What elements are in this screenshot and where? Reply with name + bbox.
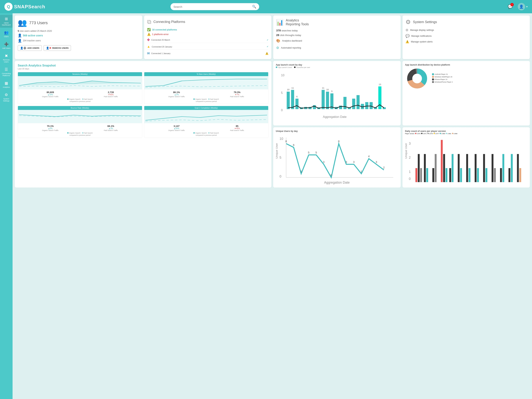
new-users-organic-stat: 86.1% ▲2% Organic Search Traffic bbox=[168, 91, 185, 98]
sidebar-item-users[interactable]: 👥 Users bbox=[0, 28, 13, 39]
legend-iphone: iPhone-Player 23 bbox=[432, 78, 453, 80]
analytics-card-header: 📊 Analytics Reporting Tools bbox=[276, 19, 398, 26]
remove-icon: 👤✖ bbox=[46, 47, 51, 50]
search-input[interactable] bbox=[173, 5, 251, 8]
analytics-dashboard-link[interactable]: 🎨 Analytics dashboard bbox=[276, 38, 398, 44]
inactive-users-stat: 👤 204 inactive users bbox=[18, 39, 139, 43]
inactive-users-count: 204 inactive users bbox=[23, 39, 41, 42]
svg-rect-73 bbox=[445, 168, 447, 182]
svg-text:10: 10 bbox=[326, 88, 329, 91]
search-analytics-subtitle: Last 30 days bbox=[18, 68, 268, 70]
svg-text:Aggregation Date: Aggregation Date bbox=[324, 180, 350, 184]
remove-users-button[interactable]: 👤✖ REMOVE USERS bbox=[44, 45, 71, 51]
search-icon: 🔍 bbox=[252, 5, 256, 9]
new-users-legend: Organic Search Paid Search bbox=[146, 98, 267, 100]
svg-rect-79 bbox=[469, 168, 470, 182]
legend-windows-phone: WindowsPhone-Player 2 bbox=[432, 81, 453, 83]
bounce-rate-chart-card: Bounce Rate (Weekly) 70.1% ▲0 bbox=[18, 106, 142, 138]
sidebar-label-platforms: Connecting Platforms bbox=[2, 72, 11, 76]
sidebar-item-analytics[interactable]: ▦ Analytics bbox=[0, 79, 13, 90]
svg-text:1: 1 bbox=[409, 170, 411, 173]
automated-reporting-link[interactable]: ⚙ Automated reporting bbox=[276, 45, 398, 51]
svg-rect-86 bbox=[500, 168, 502, 182]
active-users-count: 569 active users bbox=[23, 34, 43, 37]
new-users-stat: 5 new users added 25 March 2020 bbox=[18, 30, 139, 32]
svg-rect-82 bbox=[483, 154, 485, 182]
search-analytics-title: Search Analytics Snapshot bbox=[18, 64, 268, 67]
settings-icon: ⚙ bbox=[5, 93, 8, 97]
main-container: ⊞ Admin Dashboard 👥 Users ➕ Add Users ✖ … bbox=[0, 13, 532, 399]
bounce-legend: Organic Search Paid Search bbox=[19, 132, 140, 134]
display-settings-link[interactable]: ⚙ Manage display settings bbox=[405, 28, 527, 32]
system-alerts-link[interactable]: ⚠️ Manage system alerts bbox=[405, 40, 527, 43]
svg-text:0: 0 bbox=[409, 177, 411, 180]
svg-rect-83 bbox=[485, 168, 487, 182]
goal-completion-chart-footer: 3,147 ▲50% Organic Search Traffic 85 ▼45… bbox=[144, 123, 268, 138]
svg-text:0: 0 bbox=[330, 173, 332, 177]
goal-completion-chart-header: Goal 1 Completion (Weekly) bbox=[144, 106, 268, 110]
bounce-paid-stat: 66.1% ▲3% Paid Search Traffic bbox=[104, 125, 118, 131]
new-users-chart-body bbox=[144, 76, 268, 89]
active-icon: 👤 bbox=[18, 33, 22, 38]
new-users-chart-footer: 86.1% ▲2% Organic Search Traffic 79.3% ▼… bbox=[144, 89, 268, 104]
svg-text:3: 3 bbox=[323, 160, 324, 163]
error-count: 1 platform error bbox=[152, 33, 169, 36]
avatar-button[interactable]: 👤 ▾ bbox=[518, 3, 528, 10]
svg-rect-85 bbox=[494, 168, 496, 182]
svg-rect-28 bbox=[370, 102, 373, 109]
new-users-paid-stat: 79.3% ▼7% Paid Search Traffic bbox=[230, 91, 244, 98]
svg-text:5: 5 bbox=[281, 91, 283, 95]
dashboard-icon: ⊞ bbox=[5, 17, 8, 21]
platforms-card-header: ⧉ Connecting Platforms bbox=[147, 19, 269, 25]
svg-text:8: 8 bbox=[285, 139, 287, 143]
platforms-icon: ☰ bbox=[5, 67, 8, 72]
svg-text:11: 11 bbox=[291, 87, 294, 89]
searches-label: searches today bbox=[282, 29, 298, 32]
analytics-icon: ▦ bbox=[5, 81, 8, 85]
platforms-stack-icon: ⧉ bbox=[147, 19, 151, 25]
sidebar-item-connecting-platforms[interactable]: ☰ Connecting Platforms bbox=[0, 65, 13, 78]
app-launch-svg: 10 5 0 10 11 bbox=[276, 70, 398, 122]
svg-text:1: 1 bbox=[300, 170, 302, 173]
notifications-settings-link[interactable]: 💬 Manage notifications bbox=[405, 34, 527, 38]
notifications-button[interactable]: 💬 2 bbox=[507, 3, 514, 10]
mini-charts-grid: Sessions (Weekly) 80,609 bbox=[18, 72, 268, 138]
svg-text:0: 0 bbox=[281, 108, 283, 112]
svg-text:2: 2 bbox=[409, 156, 411, 159]
svg-text:6: 6 bbox=[296, 95, 298, 98]
slack-icon: ✤ bbox=[147, 38, 150, 42]
svg-rect-70 bbox=[435, 154, 437, 182]
system-alerts-label: Manage system alerts bbox=[411, 40, 433, 43]
svg-rect-81 bbox=[477, 168, 479, 182]
sidebar-item-remove-users[interactable]: ✖ Remove Users bbox=[0, 52, 13, 65]
top-right-charts: App launch count by day App Launch Count… bbox=[273, 61, 530, 126]
daily-count-chart-card: Daily count of users per player version … bbox=[403, 127, 530, 188]
remove-users-label: REMOVE USERS bbox=[52, 47, 69, 49]
svg-rect-24 bbox=[352, 99, 355, 109]
svg-rect-12 bbox=[313, 105, 316, 109]
svg-text:5: 5 bbox=[308, 151, 309, 154]
svg-text:10: 10 bbox=[287, 88, 290, 91]
sidebar-item-add-users[interactable]: ➕ Add Users bbox=[0, 40, 13, 51]
add-users-button[interactable]: 👤➕ ADD USERS bbox=[18, 45, 42, 51]
goal-paid-stat: 85 ▼45% Paid Search Traffic bbox=[230, 125, 244, 131]
users-btn-row: 👤➕ ADD USERS 👤✖ REMOVE USERS bbox=[18, 45, 139, 51]
svg-rect-80 bbox=[475, 154, 476, 182]
slack-status: Connected 25 March bbox=[151, 39, 266, 41]
svg-rect-68 bbox=[426, 168, 428, 182]
svg-rect-14 bbox=[322, 90, 325, 109]
display-gear-icon: ⚙ bbox=[405, 28, 408, 32]
svg-text:3: 3 bbox=[345, 160, 347, 163]
windows-phone-swatch bbox=[432, 81, 434, 83]
platform-item-drive: ▲ Connected 20 January ✔ bbox=[147, 44, 269, 50]
svg-rect-72 bbox=[443, 154, 445, 182]
android-swatch bbox=[432, 73, 434, 75]
search-bar: 🔍 bbox=[171, 3, 259, 10]
analytics-title: Analytics Reporting Tools bbox=[286, 19, 309, 26]
warning-icon: ⚠️ bbox=[147, 32, 151, 36]
clicks-today: 28 click throughs today bbox=[276, 33, 398, 37]
sidebar-item-system-settings[interactable]: ⚙ System Settings bbox=[0, 91, 13, 104]
display-settings-label: Manage display settings bbox=[410, 29, 434, 32]
sidebar-item-admin-dashboard[interactable]: ⊞ Admin Dashboard bbox=[0, 15, 13, 28]
svg-rect-76 bbox=[457, 154, 459, 182]
